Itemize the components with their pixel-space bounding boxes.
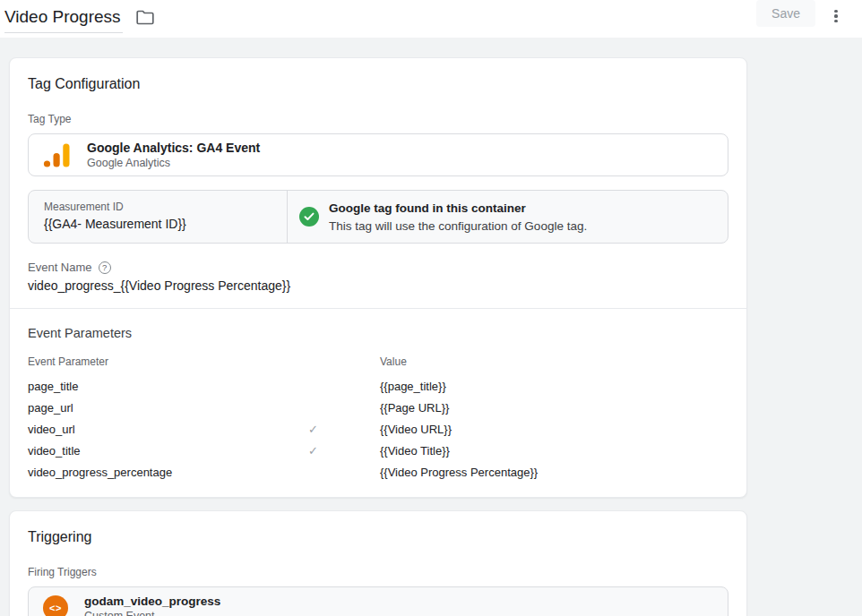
event-parameter-row: video_url✓{{Video URL}} xyxy=(28,418,728,440)
event-parameters-rows: page_title{{page_title}}page_url{{Page U… xyxy=(28,375,728,483)
triggering-card: Triggering Firing Triggers <> godam_vide… xyxy=(9,510,747,616)
event-name-value[interactable]: video_progress_{{Video Progress Percenta… xyxy=(28,278,728,293)
help-icon[interactable]: ? xyxy=(99,261,111,274)
event-parameters-header-row: Event Parameter Value xyxy=(28,355,728,375)
checkmark-icon: ✓ xyxy=(308,444,380,458)
event-parameter-name: video_title xyxy=(28,444,308,458)
event-parameter-name: page_title xyxy=(28,380,308,393)
event-parameter-name: video_url xyxy=(28,423,308,436)
top-bar: Video Progress Save xyxy=(0,0,862,38)
event-parameter-row: video_progress_percentage{{Video Progres… xyxy=(28,461,728,483)
event-parameter-value: {{page_title}} xyxy=(380,380,728,393)
event-parameter-name: page_url xyxy=(28,401,308,415)
trigger-type: Custom Event xyxy=(84,610,220,616)
event-parameter-row: page_url{{Page URL}} xyxy=(28,397,728,418)
column-header-value: Value xyxy=(380,355,728,368)
event-parameters-heading: Event Parameters xyxy=(28,326,728,340)
event-parameter-name: video_progress_percentage xyxy=(28,466,308,479)
content-area: Tag Configuration Tag Type Google Analyt… xyxy=(0,38,862,616)
firing-trigger-row[interactable]: <> godam_video_progress Custom Event xyxy=(28,586,728,616)
tag-configuration-card: Tag Configuration Tag Type Google Analyt… xyxy=(9,57,747,498)
tag-name-text: Video Progress xyxy=(4,7,121,26)
event-name-label: Event Name xyxy=(28,261,92,274)
measurement-id-banner: Measurement ID {{GA4- Measurement ID}} G… xyxy=(28,190,728,244)
event-parameter-value: {{Page URL}} xyxy=(380,401,728,415)
event-parameter-value: {{Video URL}} xyxy=(380,423,728,436)
firing-triggers-label: Firing Triggers xyxy=(28,566,728,578)
custom-event-icon: <> xyxy=(43,595,68,616)
event-parameter-value: {{Video Title}} xyxy=(380,444,728,458)
measurement-id-label: Measurement ID xyxy=(44,201,278,213)
google-tag-status-subtitle: This tag will use the configuration of G… xyxy=(329,219,587,233)
column-header-parameter: Event Parameter xyxy=(28,355,308,368)
trigger-name: godam_video_progress xyxy=(84,595,220,608)
tag-type-vendor: Google Analytics xyxy=(87,157,260,169)
event-parameter-row: video_title✓{{Video Title}} xyxy=(28,440,728,461)
tag-type-name: Google Analytics: GA4 Event xyxy=(87,141,260,155)
google-analytics-icon xyxy=(43,143,70,167)
measurement-id-value[interactable]: {{GA4- Measurement ID}} xyxy=(44,217,278,231)
section-divider xyxy=(10,308,746,309)
google-tag-status-title: Google tag found in this container xyxy=(329,201,587,215)
tag-type-label: Tag Type xyxy=(28,113,728,125)
more-menu-icon[interactable] xyxy=(828,6,844,26)
tag-type-selector[interactable]: Google Analytics: GA4 Event Google Analy… xyxy=(28,133,728,176)
tag-configuration-heading: Tag Configuration xyxy=(28,76,728,92)
event-parameters-table: Event Parameter Value page_title{{page_t… xyxy=(28,355,728,483)
checkmark-icon: ✓ xyxy=(308,423,380,436)
save-button[interactable]: Save xyxy=(756,0,815,27)
event-parameter-row: page_title{{page_title}} xyxy=(28,375,728,397)
folder-icon[interactable] xyxy=(136,10,154,25)
triggering-heading: Triggering xyxy=(28,529,728,545)
tag-name-input[interactable]: Video Progress xyxy=(4,5,123,33)
success-check-icon xyxy=(299,207,319,227)
event-parameter-value: {{Video Progress Percentage}} xyxy=(380,466,728,479)
